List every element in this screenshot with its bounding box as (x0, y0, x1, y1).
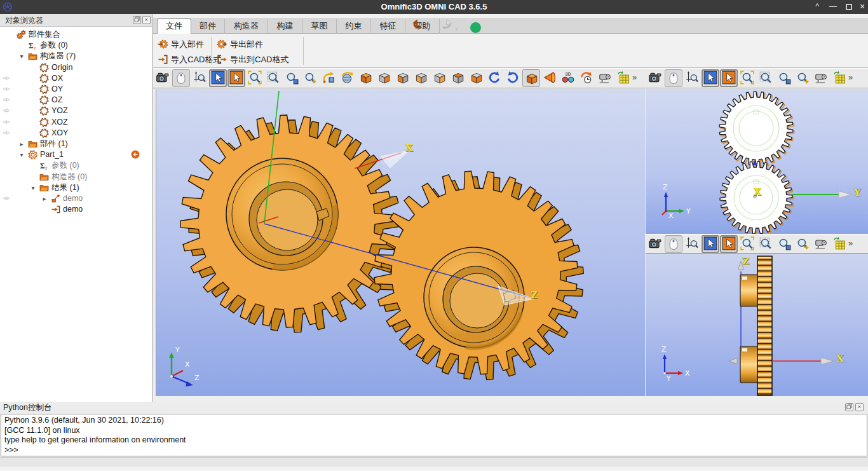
back-arrow-badge[interactable] (131, 150, 140, 160)
toolbar-overflow-chevron[interactable]: » (848, 235, 858, 252)
expand-arrow-icon[interactable]: ▸ (18, 139, 25, 149)
ribbon-button-import-part[interactable]: 导入部件 (158, 38, 204, 52)
tab-构建[interactable]: 构建 (269, 19, 302, 34)
probe-button[interactable] (683, 235, 701, 253)
tree-item-结果[interactable]: ▾结果 (1) (0, 182, 152, 193)
undo-dropdown-caret[interactable]: ▾ (427, 26, 430, 32)
collapse-arrow-icon[interactable]: ▾ (29, 182, 37, 193)
camera-button[interactable] (646, 69, 664, 87)
redo-button[interactable] (438, 18, 455, 33)
tree-item-参数[interactable]: Σx参数 (0) (0, 160, 152, 171)
ribbon-button-export-part[interactable]: 导出部件 (217, 38, 263, 52)
horizontal-splitter[interactable]: · · · · · · (153, 396, 868, 402)
ribbon-button-export-cad[interactable]: 导出到CAD格式 (217, 53, 288, 67)
spreadsheet-button[interactable] (614, 69, 632, 87)
cube-top-button[interactable] (449, 69, 466, 87)
ribbon-button-import-cad[interactable]: 导入CAD格式 (158, 53, 221, 67)
mouse-button[interactable] (172, 69, 190, 87)
render-camera-button[interactable] (812, 235, 830, 253)
zoom-in-button[interactable] (301, 69, 319, 87)
cursor-blue-button[interactable] (209, 69, 227, 87)
camera-button[interactable] (154, 69, 172, 87)
side-view-scene[interactable]: Z X Y (646, 254, 868, 396)
tab-文件[interactable]: 文件 (157, 18, 191, 34)
tree-item-YOZ[interactable]: YOZ (0, 106, 152, 116)
cursor-blue-button[interactable] (702, 69, 719, 87)
collapse-arrow-icon[interactable]: ▾ (18, 51, 25, 62)
view-cone-button[interactable] (541, 69, 559, 87)
tree-item-部件集合[interactable]: 部件集合 (0, 29, 152, 40)
tab-草图[interactable]: 草图 (303, 19, 337, 34)
zoom-in-button[interactable] (794, 69, 811, 87)
rotate-ccw-button[interactable] (485, 69, 503, 87)
close-panel-button[interactable]: × (142, 16, 151, 24)
rotate-view-button[interactable] (320, 69, 337, 87)
minimize-button[interactable]: — (827, 2, 839, 12)
zoom-in-button[interactable] (794, 235, 811, 253)
front-view-scene[interactable]: Z Y X (646, 89, 868, 234)
tab-约束[interactable]: 约束 (337, 19, 371, 34)
zoom-out-button[interactable] (283, 69, 301, 87)
tree-item-demo[interactable]: ▸demo (0, 193, 152, 204)
shade-button[interactable]: ^ (811, 2, 824, 12)
side-view-viewport[interactable]: Z X Y Z X (646, 254, 868, 396)
tree-item-构造器[interactable]: 构造器 (0) (0, 172, 152, 182)
close-console-button[interactable]: × (855, 403, 864, 411)
front-view-viewport[interactable]: Z Y X X Y (646, 89, 868, 234)
cube-iso-button[interactable] (356, 69, 374, 87)
tab-特征[interactable]: 特征 (372, 19, 405, 34)
zoom-fit-button[interactable] (738, 235, 756, 253)
view-iso-button[interactable] (522, 69, 540, 87)
tree-item-OX[interactable]: OX (0, 73, 152, 84)
probe-button[interactable] (683, 69, 701, 87)
close-button[interactable]: × (856, 2, 868, 12)
tab-构造器[interactable]: 构造器 (226, 19, 268, 34)
expand-arrow-icon[interactable]: ▸ (41, 193, 48, 204)
glasses-3d-button[interactable]: 3D (559, 69, 577, 87)
tree-item-参数[interactable]: Σx参数 (0) (0, 40, 152, 51)
float-console-button[interactable] (845, 403, 853, 411)
cursor-orange-button[interactable] (720, 235, 738, 253)
zoom-out-button[interactable] (775, 235, 793, 253)
zoom-region-button[interactable] (757, 235, 775, 253)
side-gear-column[interactable] (757, 256, 772, 395)
undo-button[interactable] (410, 18, 427, 33)
python-console-output[interactable]: Python 3.9.6 (default, Jun 30 2021, 10:2… (1, 414, 867, 456)
side-hub-top[interactable] (740, 275, 758, 306)
zoom-region-button[interactable] (757, 69, 775, 87)
cube-right-button[interactable] (430, 69, 448, 87)
collapse-arrow-icon[interactable]: ▾ (18, 149, 25, 160)
zoom-fit-button[interactable] (246, 69, 264, 87)
rotate-cw-button[interactable] (504, 69, 522, 87)
front-gear-bottom[interactable] (720, 161, 794, 234)
cube-bottom-button[interactable] (467, 69, 485, 87)
rotate-time-button[interactable] (578, 69, 595, 87)
mouse-button[interactable] (665, 235, 682, 253)
main-3d-scene[interactable]: Y X Z (156, 89, 645, 396)
tree-item-OZ[interactable]: OZ (0, 95, 152, 106)
toolbar-overflow-chevron[interactable]: » (848, 69, 858, 86)
main-3d-viewport[interactable]: Y X Z X Z (156, 89, 645, 396)
zoom-fit-button[interactable] (738, 69, 756, 87)
spreadsheet-button[interactable] (831, 69, 848, 87)
side-hub-bottom[interactable] (740, 346, 758, 383)
tree-item-XOY[interactable]: XOY (0, 128, 152, 139)
toolbar-overflow-chevron[interactable]: » (632, 69, 642, 86)
spreadsheet-button[interactable] (831, 235, 848, 253)
front-gear-top[interactable] (719, 92, 794, 167)
mouse-button[interactable] (665, 69, 682, 87)
cursor-orange-button[interactable] (720, 69, 738, 87)
zoom-region-button[interactable] (264, 69, 282, 87)
zoom-out-button[interactable] (775, 69, 793, 87)
tree-item-构造器[interactable]: ▾构造器 (7) (0, 51, 152, 62)
tree-item-Origin[interactable]: Origin (0, 62, 152, 73)
cursor-orange-button[interactable] (227, 69, 245, 87)
record-macro-button[interactable] (470, 22, 481, 33)
tree-item-XOZ[interactable]: XOZ (0, 117, 152, 128)
cube-left-button[interactable] (412, 69, 430, 87)
render-camera-button[interactable] (812, 69, 830, 87)
cube-front-button[interactable] (375, 69, 393, 87)
probe-button[interactable] (191, 69, 208, 87)
camera-button[interactable] (646, 235, 664, 253)
cube-back-button[interactable] (393, 69, 411, 87)
